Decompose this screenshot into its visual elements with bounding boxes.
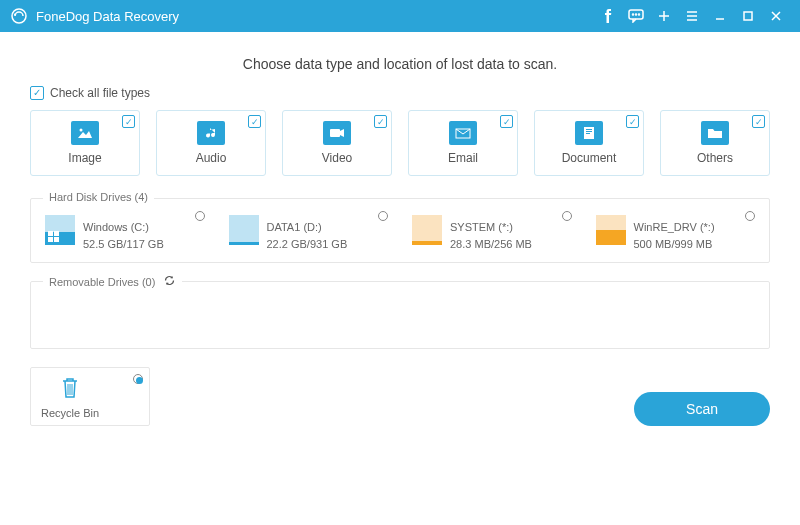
svg-rect-13 (586, 131, 592, 132)
drive-icon (229, 215, 259, 245)
check-all-row[interactable]: ✓ Check all file types (30, 86, 770, 100)
app-title: FoneDog Data Recovery (36, 9, 179, 24)
svg-point-4 (636, 14, 637, 15)
drive-icon (596, 215, 626, 245)
hard-disk-legend: Hard Disk Drives (4) (43, 191, 154, 203)
card-image[interactable]: ✓ Image (30, 110, 140, 176)
radio-button[interactable] (745, 211, 755, 221)
plus-icon[interactable] (650, 0, 678, 32)
svg-rect-8 (330, 129, 340, 137)
drive-name: SYSTEM (*:) (450, 219, 532, 236)
recycle-label: Recycle Bin (41, 407, 99, 419)
windows-icon (48, 231, 59, 242)
refresh-icon[interactable] (163, 274, 176, 289)
card-others[interactable]: ✓ Others (660, 110, 770, 176)
video-icon (323, 121, 351, 145)
radio-button[interactable] (562, 211, 572, 221)
card-audio[interactable]: ✓ Audio (156, 110, 266, 176)
menu-icon[interactable] (678, 0, 706, 32)
svg-rect-17 (48, 237, 53, 242)
minimize-icon[interactable] (706, 0, 734, 32)
drive-name: WinRE_DRV (*:) (634, 219, 715, 236)
email-icon (449, 121, 477, 145)
checkmark-icon: ✓ (122, 115, 135, 128)
drive-size: 28.3 MB/256 MB (450, 236, 532, 253)
svg-marker-9 (340, 129, 344, 137)
svg-rect-14 (586, 133, 590, 134)
drive-size: 52.5 GB/117 GB (83, 236, 164, 253)
drive-c[interactable]: Windows (C:) 52.5 GB/117 GB (45, 219, 205, 252)
svg-rect-6 (744, 12, 752, 20)
facebook-icon[interactable] (594, 0, 622, 32)
image-icon (71, 121, 99, 145)
drive-d[interactable]: DATA1 (D:) 22.2 GB/931 GB (229, 219, 389, 252)
checkmark-icon: ✓ (500, 115, 513, 128)
radio-button[interactable] (133, 374, 143, 384)
drive-winre[interactable]: WinRE_DRV (*:) 500 MB/999 MB (596, 219, 756, 252)
drive-icon (412, 215, 442, 245)
audio-icon (197, 121, 225, 145)
scan-button[interactable]: Scan (634, 392, 770, 426)
svg-rect-15 (48, 231, 53, 236)
drive-size: 22.2 GB/931 GB (267, 236, 348, 253)
check-all-label: Check all file types (50, 86, 150, 100)
drive-size: 500 MB/999 MB (634, 236, 715, 253)
card-document[interactable]: ✓ Document (534, 110, 644, 176)
drive-icon (45, 215, 75, 245)
svg-point-5 (639, 14, 640, 15)
close-icon[interactable] (762, 0, 790, 32)
folder-icon (701, 121, 729, 145)
svg-rect-16 (54, 231, 59, 236)
drive-system[interactable]: SYSTEM (*:) 28.3 MB/256 MB (412, 219, 572, 252)
hard-disk-section: Hard Disk Drives (4) Windows (C:) 52.5 G… (30, 198, 770, 263)
file-type-cards: ✓ Image ✓ Audio ✓ Video ✓ Email (30, 110, 770, 176)
svg-rect-18 (54, 237, 59, 242)
document-icon (575, 121, 603, 145)
checkmark-icon: ✓ (248, 115, 261, 128)
removable-legend: Removable Drives (0) (49, 276, 155, 288)
checkmark-icon: ✓ (752, 115, 765, 128)
drive-name: DATA1 (D:) (267, 219, 348, 236)
recycle-bin-card[interactable]: Recycle Bin (30, 367, 150, 426)
main-panel: Choose data type and location of lost da… (0, 32, 800, 436)
checkmark-icon: ✓ (374, 115, 387, 128)
app-logo (10, 7, 28, 25)
svg-rect-12 (586, 129, 592, 130)
check-all-checkbox[interactable]: ✓ (30, 86, 44, 100)
drive-name: Windows (C:) (83, 219, 164, 236)
svg-point-3 (633, 14, 634, 15)
page-heading: Choose data type and location of lost da… (30, 56, 770, 72)
card-video[interactable]: ✓ Video (282, 110, 392, 176)
radio-button[interactable] (378, 211, 388, 221)
radio-button[interactable] (195, 211, 205, 221)
card-email[interactable]: ✓ Email (408, 110, 518, 176)
maximize-icon[interactable] (734, 0, 762, 32)
svg-point-0 (12, 9, 26, 23)
titlebar: FoneDog Data Recovery (0, 0, 800, 32)
feedback-icon[interactable] (622, 0, 650, 32)
trash-icon (59, 376, 81, 403)
checkmark-icon: ✓ (626, 115, 639, 128)
removable-section: Removable Drives (0) (30, 281, 770, 349)
svg-point-7 (80, 129, 83, 132)
